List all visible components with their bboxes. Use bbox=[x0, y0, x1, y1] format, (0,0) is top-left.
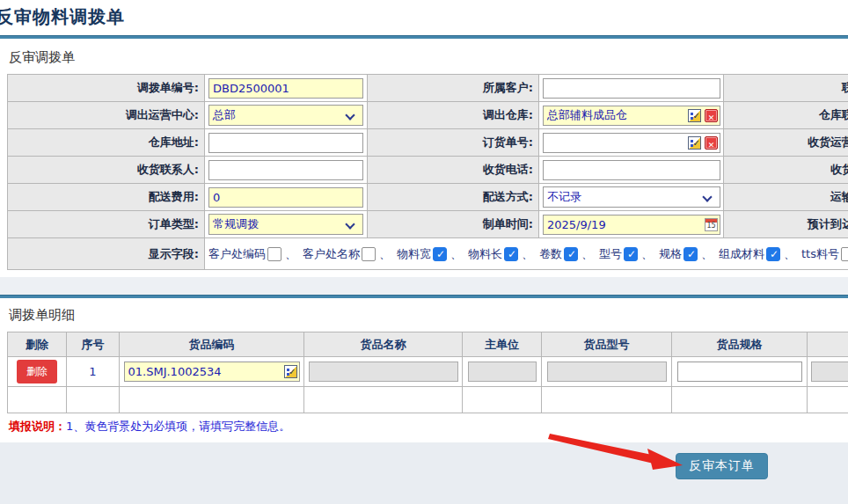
form-row-receiver: 收货联系人: 收货电话: 收货 bbox=[8, 157, 848, 184]
checkbox-material-length[interactable] bbox=[504, 247, 518, 261]
order-no-label: 订货单号: bbox=[368, 129, 539, 157]
checkbox-tts-no[interactable] bbox=[841, 247, 848, 261]
section-gap bbox=[0, 277, 848, 295]
note-text: 1、黄色背景处为必填项，请填写完整信息。 bbox=[66, 420, 290, 433]
delivery-fee-input[interactable] bbox=[208, 187, 363, 208]
display-field-label: 组成材料 bbox=[719, 246, 764, 262]
detail-row-1: 删除 1 bbox=[8, 357, 848, 387]
reverse-audit-button[interactable]: 反审本订单 bbox=[676, 453, 768, 479]
display-field-label: tts料号 bbox=[801, 246, 839, 262]
receive-center-label-cut: 收货运营 bbox=[724, 129, 848, 157]
out-center-value: 总部 bbox=[213, 107, 236, 123]
out-center-label: 调出运营中心: bbox=[8, 102, 205, 129]
form-section-title: 反审调拨单 bbox=[9, 49, 848, 66]
item-extra-input bbox=[811, 362, 848, 382]
warehouse-address-label: 仓库地址: bbox=[8, 129, 205, 157]
checkbox-spec[interactable] bbox=[684, 247, 698, 261]
transfer-no-input[interactable] bbox=[208, 78, 363, 99]
checkbox-model[interactable] bbox=[624, 247, 638, 261]
separator: 、 bbox=[701, 246, 713, 262]
footer-bar: 反审本订单 bbox=[0, 442, 848, 504]
delete-row-button[interactable]: 删除 bbox=[17, 360, 57, 383]
row-seq: 1 bbox=[67, 357, 120, 387]
separator: 、 bbox=[450, 246, 462, 262]
clear-icon[interactable] bbox=[705, 136, 718, 150]
form-row-warehouse-address: 仓库地址: 订货单号: 收货运营 bbox=[8, 129, 848, 157]
col-unit: 主单位 bbox=[463, 332, 542, 357]
display-field-label: 物料宽 bbox=[397, 246, 431, 262]
checkbox-composition[interactable] bbox=[766, 247, 780, 261]
separator: 、 bbox=[581, 246, 593, 262]
pick-icon[interactable] bbox=[688, 109, 701, 122]
note-label: 填报说明： bbox=[9, 420, 66, 433]
detail-section: 调拨单明细 删除 序号 货品编码 货品名称 主单位 货品型号 货品规格 删除 1 bbox=[0, 298, 848, 442]
out-warehouse-label: 调出仓库: bbox=[368, 102, 539, 129]
form-row-transfer-no: 调拨单编号: 所属客户: 联 bbox=[8, 75, 848, 102]
create-time-label: 制单时间: bbox=[368, 211, 539, 238]
col-extra-cut bbox=[808, 332, 848, 357]
separator: 、 bbox=[522, 246, 533, 262]
item-name-input bbox=[309, 362, 458, 382]
transfer-no-label: 调拨单编号: bbox=[8, 75, 205, 102]
detail-table: 删除 序号 货品编码 货品名称 主单位 货品型号 货品规格 删除 1 bbox=[7, 332, 848, 413]
item-code-input[interactable] bbox=[124, 362, 300, 382]
detail-row-empty bbox=[8, 387, 848, 413]
form-row-display-fields: 显示字段: 客户处编码、 客户处名称、 物料宽、 物料长、 卷数、 型号、 规格… bbox=[8, 238, 848, 270]
receive-phone-label: 收货电话: bbox=[368, 157, 539, 184]
col-model: 货品型号 bbox=[542, 332, 672, 357]
form-section: 反审调拨单 调拨单编号: 所属客户: 联 调出运营中心: 总部 调出仓库: bbox=[0, 39, 848, 277]
separator: 、 bbox=[285, 246, 296, 262]
display-field-label: 客户处名称 bbox=[303, 246, 360, 262]
item-unit-input bbox=[468, 362, 537, 382]
display-fields-list: 客户处编码、 客户处名称、 物料宽、 物料长、 卷数、 型号、 规格、 组成材料… bbox=[208, 238, 848, 269]
form-row-order-type: 订单类型: 常规调拨 制单时间: 预计到达 bbox=[8, 211, 848, 238]
order-type-select[interactable]: 常规调拨 bbox=[208, 214, 363, 235]
delivery-fee-label: 配送费用: bbox=[8, 184, 205, 211]
separator: 、 bbox=[379, 246, 391, 262]
delivery-method-label: 配送方式: bbox=[368, 184, 539, 211]
detail-header-row: 删除 序号 货品编码 货品名称 主单位 货品型号 货品规格 bbox=[8, 332, 848, 357]
item-spec-input[interactable] bbox=[677, 362, 802, 382]
col-delete: 删除 bbox=[8, 332, 67, 357]
page-header: 反审物料调拨单 bbox=[0, 0, 848, 35]
create-time-input[interactable] bbox=[543, 215, 720, 235]
pick-icon[interactable] bbox=[688, 136, 701, 150]
checkbox-roll-count[interactable] bbox=[564, 247, 578, 261]
receive-phone-input[interactable] bbox=[543, 160, 720, 180]
receiver-label: 收货联系人: bbox=[8, 157, 205, 184]
col-spec: 货品规格 bbox=[672, 332, 808, 357]
display-fields-label: 显示字段: bbox=[8, 238, 205, 270]
out-center-select[interactable]: 总部 bbox=[208, 105, 363, 126]
item-model-input bbox=[547, 362, 667, 382]
display-field-label: 客户处编码 bbox=[208, 246, 266, 262]
col-code: 货品编码 bbox=[120, 332, 304, 357]
customer-input[interactable] bbox=[543, 78, 720, 99]
display-field-label: 物料长 bbox=[468, 246, 502, 262]
pick-icon[interactable] bbox=[284, 365, 297, 378]
detail-section-title: 调拨单明细 bbox=[9, 307, 848, 324]
warehouse-address-input[interactable] bbox=[208, 133, 363, 153]
form-row-out-center: 调出运营中心: 总部 调出仓库: 仓库联 bbox=[8, 102, 848, 129]
eta-label-cut: 预计到达 bbox=[724, 211, 848, 238]
display-field-label: 卷数 bbox=[539, 246, 562, 262]
customer-label: 所属客户: bbox=[368, 75, 539, 102]
separator: 、 bbox=[784, 246, 795, 262]
clear-icon[interactable] bbox=[705, 109, 718, 122]
transport-label-cut: 运输 bbox=[724, 184, 848, 211]
contact-label-cut: 联 bbox=[724, 75, 848, 102]
display-field-label: 规格 bbox=[659, 246, 682, 262]
calendar-icon[interactable] bbox=[705, 218, 718, 231]
receive-address-label-cut: 收货 bbox=[724, 157, 848, 184]
checkbox-material-width[interactable] bbox=[433, 247, 447, 261]
order-type-label: 订单类型: bbox=[8, 211, 205, 238]
delivery-method-select[interactable]: 不记录 bbox=[543, 186, 720, 208]
warehouse-contact-label-cut: 仓库联 bbox=[724, 102, 848, 129]
col-name: 货品名称 bbox=[304, 332, 463, 357]
receiver-input[interactable] bbox=[208, 160, 363, 180]
checkbox-customer-name[interactable] bbox=[362, 247, 376, 261]
checkbox-customer-code[interactable] bbox=[267, 247, 281, 261]
separator: 、 bbox=[641, 246, 653, 262]
fill-note: 填报说明：1、黄色背景处为必填项，请填写完整信息。 bbox=[9, 419, 848, 435]
page-title: 反审物料调拨单 bbox=[0, 5, 848, 29]
delivery-method-value: 不记录 bbox=[547, 189, 581, 205]
